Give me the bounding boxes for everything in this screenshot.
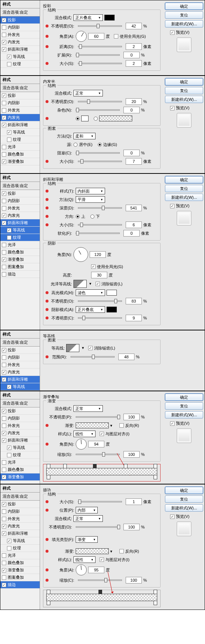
new-style-button[interactable]: 新建样式(W)...: [165, 20, 203, 28]
ok-button[interactable]: 确定: [165, 78, 203, 85]
opacity-stop[interactable]: [63, 464, 67, 468]
checkbox[interactable]: ✓: [2, 47, 6, 52]
opacity-stop[interactable]: [47, 464, 50, 468]
position-select[interactable]: 内部: [76, 507, 98, 513]
angle-dial[interactable]: [76, 439, 87, 450]
style-outer-glow[interactable]: 外发光: [0, 31, 40, 39]
style-inner-glow[interactable]: ✓内发光: [0, 114, 40, 121]
style-satin[interactable]: 光泽: [0, 143, 40, 151]
depth-slider[interactable]: [78, 207, 122, 209]
contour-picker[interactable]: [73, 280, 87, 288]
blend-mode-select[interactable]: 正常: [73, 405, 103, 412]
technique-select[interactable]: 平滑: [76, 196, 105, 203]
style-contour[interactable]: ✓等高线: [0, 53, 40, 61]
color-stop[interactable]: [47, 475, 50, 479]
ok-button[interactable]: 确定: [165, 176, 203, 183]
color-stop[interactable]: [154, 601, 157, 605]
style-bevel[interactable]: ✓斜面和浮雕: [0, 121, 40, 129]
opacity-stop[interactable]: [124, 464, 127, 468]
direction-up-radio[interactable]: [76, 215, 80, 219]
new-style-button[interactable]: 新建样式(W)...: [165, 194, 203, 201]
ok-button[interactable]: 确定: [165, 3, 203, 10]
spread-input[interactable]: 0: [123, 52, 140, 58]
checkbox[interactable]: ✓: [2, 40, 6, 44]
style-outer-glow[interactable]: 外发光: [0, 107, 40, 114]
reset-dot[interactable]: [46, 35, 48, 38]
angle-input[interactable]: 60: [88, 33, 104, 40]
style-texture[interactable]: 纹理: [0, 136, 40, 143]
style-inner-shadow[interactable]: 内阴影: [0, 24, 40, 31]
reset-button[interactable]: 复位: [165, 402, 203, 410]
shadow-color[interactable]: [107, 307, 117, 312]
opacity-slider[interactable]: [78, 25, 122, 27]
align-checkbox[interactable]: ✓: [100, 432, 104, 436]
opacity-slider[interactable]: [78, 101, 122, 102]
gradient-picker[interactable]: [76, 548, 109, 554]
contour-picker[interactable]: [66, 344, 79, 352]
style-texture[interactable]: 纹理: [0, 61, 40, 68]
reset-dot[interactable]: [46, 25, 48, 28]
choke-slider[interactable]: [76, 152, 120, 154]
global-light-checkbox[interactable]: ✓: [91, 264, 96, 269]
blend-mode-select[interactable]: 正常: [73, 90, 103, 96]
size-slider[interactable]: [78, 161, 122, 162]
opacity-input[interactable]: 42: [126, 23, 142, 29]
checkbox[interactable]: ✓: [7, 55, 11, 59]
checkbox[interactable]: [2, 33, 6, 37]
checkbox[interactable]: ✓: [2, 18, 6, 22]
technique-select[interactable]: 柔和: [73, 133, 96, 139]
angle-dial[interactable]: [76, 31, 87, 42]
blend-mode-select[interactable]: 正常: [73, 515, 103, 522]
gradient-bar[interactable]: [46, 594, 157, 601]
gradient-preview[interactable]: [99, 116, 132, 121]
style-inner-shadow[interactable]: 内阴影: [0, 99, 40, 107]
opacity-stop[interactable]: [154, 464, 157, 468]
style-contour[interactable]: ✓等高线: [0, 383, 40, 391]
range-slider[interactable]: [71, 356, 115, 358]
size-input[interactable]: 2: [126, 60, 142, 67]
angle-dial[interactable]: [76, 564, 87, 575]
distance-input[interactable]: 2: [126, 43, 142, 50]
style-bevel[interactable]: ✓斜面和浮雕: [0, 46, 40, 53]
style-stroke[interactable]: ✓描边: [0, 581, 40, 589]
reset-button[interactable]: 复位: [165, 185, 203, 192]
reset-button[interactable]: 复位: [165, 11, 203, 19]
gradient-bar[interactable]: [46, 468, 157, 475]
noise-slider[interactable]: [76, 109, 120, 111]
style-grad-overlay[interactable]: ✓渐变叠加: [0, 473, 40, 481]
source-center-radio[interactable]: [73, 143, 78, 147]
style-select[interactable]: 内斜面: [76, 188, 105, 194]
color-stop[interactable]: [47, 601, 50, 605]
gradient-editor[interactable]: [43, 464, 161, 482]
reset-button[interactable]: 复位: [165, 87, 203, 94]
gradient-picker[interactable]: [76, 422, 109, 428]
shadow-mode-select[interactable]: 正片叠底: [76, 306, 105, 313]
size-slider[interactable]: [78, 63, 122, 64]
new-style-button[interactable]: 新建样式(W)...: [165, 504, 203, 512]
angle-dial[interactable]: [73, 247, 88, 262]
highlight-color[interactable]: [107, 290, 117, 296]
opacity-stop[interactable]: [98, 590, 102, 594]
reverse-checkbox[interactable]: [119, 549, 124, 553]
style-contour[interactable]: ✓等高线: [0, 129, 40, 136]
reset-dot[interactable]: [46, 62, 48, 65]
reset-dot[interactable]: [46, 45, 48, 48]
antialias-checkbox[interactable]: ✓: [88, 346, 93, 350]
opacity-stop[interactable]: [154, 590, 157, 594]
gradient-editor[interactable]: [43, 590, 161, 607]
soften-slider[interactable]: [76, 233, 120, 234]
source-edge-radio[interactable]: [98, 143, 102, 147]
ok-button[interactable]: 确定: [165, 394, 203, 401]
color-stop[interactable]: [154, 475, 157, 479]
direction-down-radio[interactable]: [90, 215, 94, 219]
fill-type-select[interactable]: 渐变: [76, 536, 98, 543]
distance-slider[interactable]: [78, 46, 122, 47]
style-contour[interactable]: ✓等高线: [0, 227, 40, 234]
style-grad-overlay[interactable]: ✓渐变叠加: [0, 158, 40, 165]
preview-checkbox[interactable]: ✓预览(V): [170, 30, 203, 35]
new-style-button[interactable]: 新建样式(W)...: [165, 96, 203, 103]
color-swatch[interactable]: [81, 116, 89, 121]
ok-button[interactable]: 确定: [165, 487, 203, 494]
align-checkbox[interactable]: ✓: [100, 557, 104, 562]
checkbox[interactable]: [2, 25, 6, 30]
